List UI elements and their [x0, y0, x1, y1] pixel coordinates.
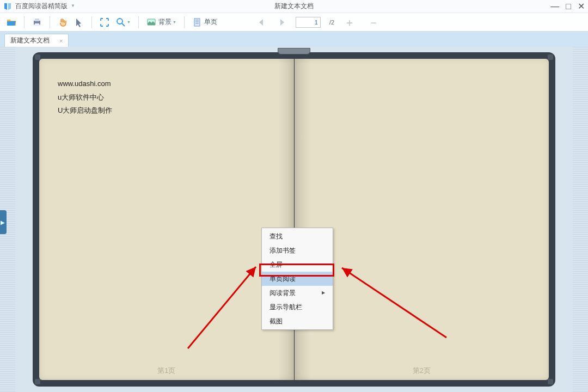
toolbar: ▼ 背景 ▼ 单页 /2 ＋ － — [0, 13, 588, 32]
chevron-down-icon: ▼ — [127, 20, 131, 24]
zoom-in-button[interactable]: ＋ — [341, 17, 358, 28]
context-menu-item[interactable]: 全屏 — [262, 258, 333, 272]
context-menu-item[interactable]: 添加书签 — [262, 243, 333, 258]
context-menu-item[interactable]: 显示导航栏 — [262, 300, 333, 314]
page-total-label: /2 — [329, 19, 334, 26]
corner-decor-icon — [35, 379, 40, 384]
window-maximize-button[interactable]: □ — [566, 0, 571, 13]
separator — [24, 16, 24, 28]
page-number-label: 第2页 — [413, 366, 431, 376]
svg-rect-2 — [35, 23, 39, 26]
hand-tool-button[interactable] — [56, 15, 70, 29]
prev-page-button[interactable] — [254, 15, 268, 29]
fit-page-button[interactable] — [97, 15, 112, 29]
single-page-label: 单页 — [204, 17, 217, 27]
svg-point-3 — [117, 19, 122, 24]
select-tool-button[interactable] — [72, 15, 86, 29]
corner-decor-icon — [35, 54, 40, 60]
tab-close-button[interactable]: × — [59, 38, 63, 44]
svg-rect-6 — [194, 19, 200, 26]
tab-label: 新建文本文档 — [10, 36, 50, 45]
zoom-out-button[interactable]: － — [365, 17, 382, 28]
book-page-left[interactable]: www.udashi.com u大师软件中心 U大师启动盘制作 第1页 — [39, 59, 294, 380]
window-minimize-button[interactable]: — — [550, 0, 559, 13]
separator — [50, 16, 50, 28]
reading-area: ▶ www.udashi.com u大师软件中心 U大师启动盘制作 第1页 第2… — [0, 47, 588, 392]
page-content: www.udashi.com u大师软件中心 U大师启动盘制作 — [39, 59, 294, 136]
next-page-button[interactable] — [275, 15, 289, 29]
print-button[interactable] — [30, 15, 44, 29]
background-label: 背景 — [158, 17, 171, 27]
context-menu-item[interactable]: 截图 — [262, 314, 333, 328]
text-line: www.udashi.com — [58, 77, 275, 91]
page-number-input[interactable] — [296, 17, 321, 28]
context-menu-item[interactable]: 阅读背景 — [262, 286, 333, 300]
svg-line-4 — [122, 23, 125, 26]
context-menu: 查找添加书签全屏单页阅读阅读背景显示导航栏截图 — [261, 228, 333, 330]
app-logo-icon — [3, 2, 12, 11]
corner-decor-icon — [548, 54, 553, 60]
document-tabstrip: 新建文本文档 × — [0, 32, 588, 47]
app-title: 百度阅读器精简版 — [15, 2, 68, 11]
zoom-tool-button[interactable]: ▼ — [114, 15, 133, 29]
page-number-label: 第1页 — [157, 366, 175, 376]
single-page-button[interactable]: 单页 — [190, 15, 219, 29]
corner-decor-icon — [548, 379, 553, 384]
text-line: U大师启动盘制作 — [58, 104, 275, 118]
separator — [138, 16, 139, 28]
book-page-right[interactable]: 第2页 — [295, 59, 549, 380]
app-title-dropdown-icon[interactable]: ▼ — [71, 3, 75, 8]
spine-clip-icon — [278, 48, 310, 54]
window-doc-title: 新建文本文档 — [274, 2, 314, 11]
context-menu-item[interactable]: 查找 — [262, 229, 333, 243]
sidebar-expand-handle[interactable]: ▶ — [0, 210, 7, 234]
svg-rect-1 — [35, 19, 39, 21]
separator — [91, 16, 92, 28]
text-line: u大师软件中心 — [58, 91, 275, 105]
chevron-down-icon: ▼ — [173, 20, 176, 24]
window-close-button[interactable]: ✕ — [578, 0, 585, 13]
background-button[interactable]: 背景 ▼ — [144, 15, 179, 29]
separator — [184, 16, 185, 28]
context-menu-item[interactable]: 单页阅读 — [262, 272, 333, 286]
open-button[interactable] — [4, 15, 19, 29]
book-frame: www.udashi.com u大师软件中心 U大师启动盘制作 第1页 第2页 — [33, 52, 555, 387]
document-tab[interactable]: 新建文本文档 × — [4, 34, 69, 47]
titlebar: 百度阅读器精简版 ▼ 新建文本文档 — □ ✕ — [0, 0, 588, 13]
